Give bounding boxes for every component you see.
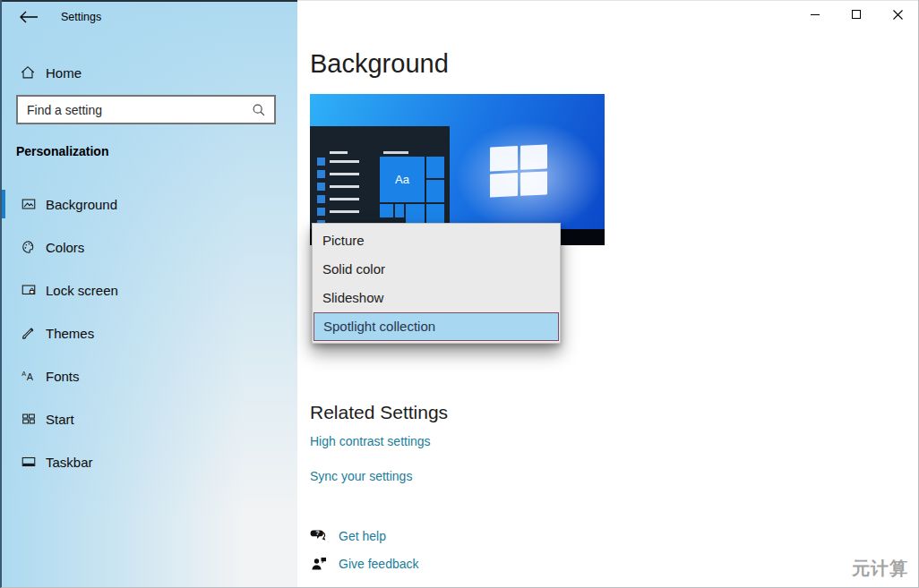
get-help-icon: ? [310,527,328,545]
app-title: Settings [61,11,101,23]
selected-accent-bar [2,190,5,218]
search-input[interactable] [18,103,251,117]
start-tile-aa: Aa [380,157,425,202]
search-icon[interactable] [251,102,267,118]
sidebar-item-background[interactable]: Background [2,186,297,222]
give-feedback-link[interactable]: Give feedback [310,555,419,573]
related-settings-title: Related Settings [310,402,448,423]
settings-window: Settings Home Personalization Backg [0,0,919,588]
sidebar-item-fonts[interactable]: A A Fonts [2,358,297,394]
get-help-link[interactable]: ? Get help [310,527,386,545]
section-label-personalization: Personalization [16,144,108,158]
close-icon [892,9,904,21]
page-title: Background [310,49,449,79]
lock-screen-icon [21,282,37,298]
home-label: Home [46,65,82,81]
back-arrow-icon [18,10,39,24]
fonts-icon: A A [21,368,37,384]
close-button[interactable] [877,0,918,29]
maximize-button[interactable] [836,0,877,29]
dropdown-option-picture[interactable]: Picture [313,226,560,255]
maximize-icon [851,9,862,20]
main-content: Background Aa [297,0,919,588]
dropdown-option-solid-color[interactable]: Solid color [313,255,560,284]
sidebar-item-colors[interactable]: Colors [2,229,297,265]
svg-text:?: ? [315,529,320,537]
sync-your-settings-link[interactable]: Sync your settings [310,469,412,483]
picture-icon [21,196,37,212]
sidebar-item-themes[interactable]: Themes [2,315,297,351]
home-icon [20,64,36,81]
search-box [16,95,276,124]
watermark: 元计算 [852,557,908,581]
background-type-dropdown: Picture Solid color Slideshow Spotlight … [312,223,561,344]
sidebar-item-taskbar[interactable]: Taskbar [2,444,297,480]
back-button[interactable] [16,10,41,26]
themes-icon [21,325,37,341]
start-icon [21,411,37,427]
taskbar-icon [21,454,37,470]
high-contrast-settings-link[interactable]: High contrast settings [310,434,431,448]
windows-logo [490,144,547,197]
dropdown-option-slideshow[interactable]: Slideshow [313,284,560,312]
dropdown-option-spotlight-collection[interactable]: Spotlight collection [313,312,559,341]
sidebar: Settings Home Personalization Backg [2,0,297,588]
minimize-button[interactable] [794,0,836,29]
sidebar-nav: Background Colors Lock screen [2,186,297,487]
sidebar-item-home[interactable]: Home [2,55,297,89]
svg-text:A: A [27,371,34,382]
sidebar-item-lock-screen[interactable]: Lock screen [2,272,297,308]
palette-icon [21,239,37,255]
sidebar-item-start[interactable]: Start [2,401,297,437]
window-controls [794,0,918,29]
give-feedback-icon [310,555,328,573]
minimize-icon [810,9,820,20]
svg-text:A: A [21,370,26,378]
